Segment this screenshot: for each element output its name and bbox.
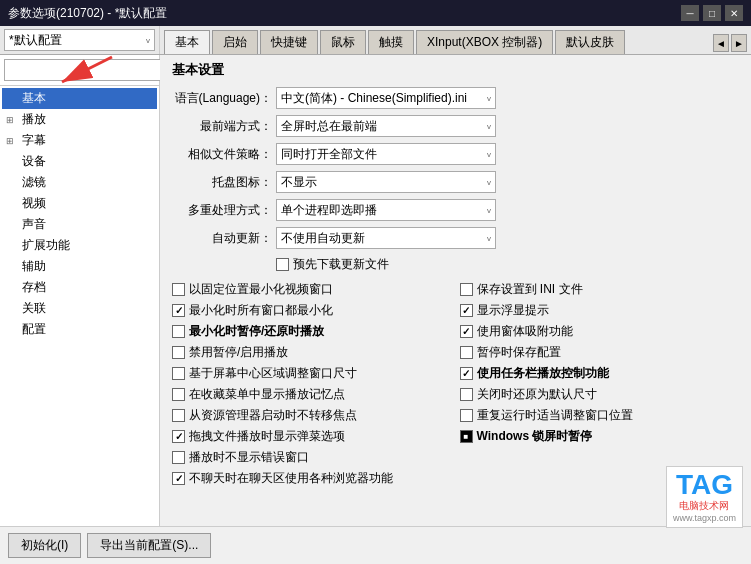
checkbox-box <box>460 409 473 422</box>
setting-label: 相似文件策略： <box>172 146 272 163</box>
window-title: 参数选项(210702) - *默认配置 <box>8 5 167 22</box>
checkbox-winlock[interactable]: Windows 锁屏时暂停 <box>460 427 740 446</box>
watermark: TAG 电脑技术网 www.tagxp.com <box>666 466 743 528</box>
setting-row-frontend: 最前端方式： 全屏时总在最前端 v <box>172 115 739 137</box>
watermark-sub: 电脑技术网 <box>673 499 736 513</box>
tree-item-video[interactable]: 视频 <box>2 193 157 214</box>
close-button[interactable]: ✕ <box>725 5 743 21</box>
setting-label: 最前端方式： <box>172 118 272 135</box>
init-button[interactable]: 初始化(I) <box>8 533 81 558</box>
checkbox-label: 显示浮显提示 <box>477 302 549 319</box>
autoupdate-dropdown[interactable]: 不使用自动更新 v <box>276 227 496 249</box>
tree-label: 扩展功能 <box>22 237 70 254</box>
tree-item-assoc[interactable]: 关联 <box>2 298 157 319</box>
tree-label: 辅助 <box>22 258 46 275</box>
checkbox-snap[interactable]: 使用窗体吸附功能 <box>460 322 740 341</box>
checkbox-box <box>172 346 185 359</box>
tab-start[interactable]: 启始 <box>212 30 258 54</box>
checkbox-browser[interactable]: 不聊天时在聊天区使用各种浏览器功能 <box>172 469 452 488</box>
setting-row-multiplay: 多重处理方式： 单个进程即选即播 v <box>172 199 739 221</box>
checkbox-label: 重复运行时适当调整窗口位置 <box>477 407 633 424</box>
tree-item-subtitle[interactable]: ⊞ 字幕 <box>2 130 157 151</box>
checkbox-taskbarctrl[interactable]: 使用任务栏播放控制功能 <box>460 364 740 383</box>
tab-mouse[interactable]: 鼠标 <box>320 30 366 54</box>
checkbox-bookmark[interactable]: 在收藏菜单中显示播放记忆点 <box>172 385 452 404</box>
setting-row-filestrategy: 相似文件策略： 同时打开全部文件 v <box>172 143 739 165</box>
tree-label: 存档 <box>22 279 46 296</box>
maximize-button[interactable]: □ <box>703 5 721 21</box>
tray-dropdown[interactable]: 不显示 v <box>276 171 496 193</box>
checkbox-fixpos[interactable]: 以固定位置最小化视频窗口 <box>172 280 452 299</box>
autoupdate-value: 不使用自动更新 <box>281 230 365 247</box>
checkbox-dragmenu[interactable]: 拖拽文件播放时显示弹菜选项 <box>172 427 452 446</box>
dropdown-arrow: v <box>487 178 491 187</box>
tree-label: 设备 <box>22 153 46 170</box>
checkbox-label: 使用任务栏播放控制功能 <box>477 365 609 382</box>
checkbox-minall[interactable]: 最小化时所有窗口都最小化 <box>172 301 452 320</box>
tree-item-config[interactable]: 配置 <box>2 319 157 340</box>
tree-item-basic[interactable]: 基本 <box>2 88 157 109</box>
profile-dropdown[interactable]: *默认配置 v <box>4 29 155 51</box>
checkbox-box <box>172 367 185 380</box>
tab-shortcuts[interactable]: 快捷键 <box>260 30 318 54</box>
watermark-tag: TAG <box>673 471 736 499</box>
checkbox-label: 在收藏菜单中显示播放记忆点 <box>189 386 345 403</box>
tree-item-save[interactable]: 存档 <box>2 277 157 298</box>
tree-item-device[interactable]: 设备 <box>2 151 157 172</box>
tab-scroll-right[interactable]: ► <box>731 34 747 52</box>
bottom-bar: 初始化(I) 导出当前配置(S)... <box>0 526 751 564</box>
checkbox-minpause[interactable]: 最小化时暂停/还原时播放 <box>172 322 452 341</box>
search-input[interactable] <box>4 59 164 81</box>
minimize-button[interactable]: ─ <box>681 5 699 21</box>
tree-label: 配置 <box>22 321 46 338</box>
checkbox-rerunpos[interactable]: 重复运行时适当调整窗口位置 <box>460 406 740 425</box>
filestrategy-dropdown[interactable]: 同时打开全部文件 v <box>276 143 496 165</box>
checkbox-label: 预先下载更新文件 <box>293 256 389 273</box>
checkbox-box <box>460 304 473 317</box>
tree-item-assist[interactable]: 辅助 <box>2 256 157 277</box>
right-panel: 基本设置 语言(Language)： 中文(简体) - Chinese(Simp… <box>160 55 751 526</box>
checkbox-disablepause[interactable]: 禁用暂停/启用播放 <box>172 343 452 362</box>
tree-label: 字幕 <box>22 132 46 149</box>
checkbox-label: 禁用暂停/启用播放 <box>189 344 288 361</box>
tree-item-filter[interactable]: 滤镜 <box>2 172 157 193</box>
section-title: 基本设置 <box>160 55 751 83</box>
tree-item-ext[interactable]: 扩展功能 <box>2 235 157 256</box>
checkbox-box <box>460 346 473 359</box>
tree-list: 基本 ⊞ 播放 ⊞ 字幕 设备 滤镜 <box>0 86 159 526</box>
checkbox-box <box>172 451 185 464</box>
checkbox-noerr[interactable]: 播放时不显示错误窗口 <box>172 448 452 467</box>
checkbox-centerresize[interactable]: 基于屏幕中心区域调整窗口尺寸 <box>172 364 452 383</box>
language-dropdown[interactable]: 中文(简体) - Chinese(Simplified).ini v <box>276 87 496 109</box>
watermark-url: www.tagxp.com <box>673 513 736 523</box>
multiplay-value: 单个进程即选即播 <box>281 202 377 219</box>
checkbox-tooltip[interactable]: 显示浮显提示 <box>460 301 740 320</box>
predownload-checkbox[interactable]: 预先下载更新文件 <box>276 255 389 274</box>
checkbox-restoresize[interactable]: 关闭时还原为默认尺寸 <box>460 385 740 404</box>
tree-item-playback[interactable]: ⊞ 播放 <box>2 109 157 130</box>
checkbox-savepause[interactable]: 暂停时保存配置 <box>460 343 740 362</box>
dropdown-arrow: v <box>487 234 491 243</box>
left-panel: 🔍 基本 ⊞ 播放 ⊞ 字幕 设备 <box>0 55 160 526</box>
export-button[interactable]: 导出当前配置(S)... <box>87 533 211 558</box>
setting-label: 自动更新： <box>172 230 272 247</box>
checkbox-nofocus[interactable]: 从资源管理器启动时不转移焦点 <box>172 406 452 425</box>
tab-touch[interactable]: 触摸 <box>368 30 414 54</box>
checkbox-box <box>172 409 185 422</box>
filestrategy-value: 同时打开全部文件 <box>281 146 377 163</box>
tab-skin[interactable]: 默认皮肤 <box>555 30 625 54</box>
checkbox-box <box>276 258 289 271</box>
multiplay-dropdown[interactable]: 单个进程即选即播 v <box>276 199 496 221</box>
tab-scroll-left[interactable]: ◄ <box>713 34 729 52</box>
setting-row-tray: 托盘图标： 不显示 v <box>172 171 739 193</box>
tab-xinput[interactable]: XInput(XBOX 控制器) <box>416 30 553 54</box>
checkbox-box <box>172 325 185 338</box>
checkbox-label: 拖拽文件播放时显示弹菜选项 <box>189 428 345 445</box>
checkbox-saveini[interactable]: 保存设置到 INI 文件 <box>460 280 740 299</box>
frontend-dropdown[interactable]: 全屏时总在最前端 v <box>276 115 496 137</box>
settings-area: 语言(Language)： 中文(简体) - Chinese(Simplifie… <box>160 83 751 526</box>
tab-basic[interactable]: 基本 <box>164 30 210 54</box>
checkbox-label: 最小化时所有窗口都最小化 <box>189 302 333 319</box>
tree-item-audio[interactable]: 声音 <box>2 214 157 235</box>
dropdown-arrow: v <box>487 94 491 103</box>
